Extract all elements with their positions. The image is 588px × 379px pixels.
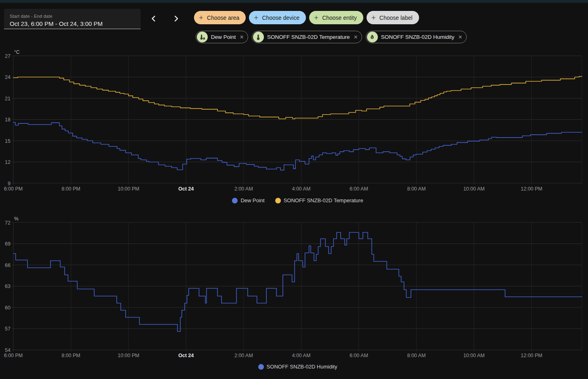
choose-area-chip[interactable]: Choose area [194, 11, 246, 24]
series-line [13, 76, 582, 119]
legend-item-temperature[interactable]: SONOFF SNZB-02D Temperature [275, 197, 363, 203]
x-tick-label: 12:00 PM [521, 353, 543, 358]
history-page: 27242118151296:00 PM8:00 PM10:00 PMOct 2… [0, 0, 588, 379]
chevron-left-icon [148, 13, 159, 25]
date-range-picker[interactable]: Start date - End date Oct 23, 6:00 PM - … [4, 9, 141, 29]
temperature-chart-legend: Dew Point SONOFF SNZB-02D Temperature [13, 197, 582, 203]
choose-entity-chip[interactable]: Choose entity [309, 11, 363, 24]
y-tick-label: 60 [5, 305, 11, 311]
x-tick-label: Oct 24 [178, 353, 194, 358]
y-tick-label: 66 [5, 263, 11, 268]
x-tick-label: 2:00 AM [234, 353, 253, 358]
axis-unit-label: % [14, 216, 19, 222]
y-tick-label: 27 [5, 53, 11, 59]
y-tick-label: 21 [5, 96, 11, 102]
y-tick-label: 72 [5, 220, 11, 226]
series-line [13, 123, 582, 170]
y-tick-label: 15 [5, 138, 11, 144]
x-tick-label: 6:00 PM [4, 186, 23, 192]
x-tick-label: 8:00 AM [407, 186, 426, 192]
period-nav [145, 11, 185, 27]
y-tick-label: 9 [8, 181, 11, 186]
water-percent-icon [367, 32, 378, 42]
entity-chip-row: Dew Point SONOFF SNZB-02D Temperature [196, 31, 467, 43]
y-tick-label: 12 [5, 159, 11, 165]
next-period-button[interactable] [168, 11, 185, 27]
close-icon[interactable] [240, 34, 244, 40]
humidity-chart-legend: SONOFF SNZB-02D Humidity [13, 364, 582, 370]
y-tick-label: 24 [5, 74, 11, 80]
close-icon[interactable] [458, 34, 462, 40]
x-tick-label: 8:00 AM [407, 353, 426, 358]
x-tick-label: 4:00 AM [292, 353, 310, 358]
close-icon[interactable] [354, 34, 357, 40]
filter-bar: Choose area Choose device Choose entity … [194, 11, 467, 43]
legend-label: SONOFF SNZB-02D Temperature [284, 197, 363, 203]
y-tick-label: 63 [5, 284, 11, 289]
chip-label: Choose entity [322, 15, 357, 21]
entity-chip-label: Dew Point [211, 34, 236, 40]
y-tick-label: 18 [5, 117, 11, 123]
x-tick-label: 10:00 PM [118, 353, 139, 358]
legend-dot [258, 364, 264, 370]
plus-icon [314, 14, 318, 21]
y-tick-label: 57 [5, 326, 11, 332]
x-tick-label: 10:00 PM [118, 186, 139, 192]
thermometer-water-icon [197, 32, 208, 42]
series-line [13, 233, 582, 332]
legend-item-humidity[interactable]: SONOFF SNZB-02D Humidity [258, 364, 337, 370]
x-tick-label: 8:00 PM [61, 353, 80, 358]
x-tick-label: 10:00 AM [463, 186, 485, 192]
y-tick-label: 69 [5, 241, 11, 247]
x-tick-label: 2:00 AM [234, 186, 253, 192]
entity-chip-humidity[interactable]: SONOFF SNZB-02D Humidity [366, 31, 467, 43]
legend-dot [275, 198, 281, 203]
plus-icon [254, 14, 258, 21]
choose-device-chip[interactable]: Choose device [249, 11, 306, 24]
plus-icon [371, 14, 376, 21]
entity-chip-temperature[interactable]: SONOFF SNZB-02D Temperature [252, 31, 362, 43]
chip-label: Choose area [207, 15, 239, 21]
x-tick-label: 6:00 AM [350, 186, 368, 192]
thermometer-icon [253, 32, 264, 42]
x-tick-label: 8:00 PM [61, 186, 80, 192]
x-tick-label: 6:00 PM [4, 353, 23, 358]
legend-label: SONOFF SNZB-02D Humidity [267, 364, 337, 370]
chip-label: Choose label [379, 15, 413, 21]
entity-chip-dew-point[interactable]: Dew Point [196, 31, 248, 43]
legend-item-dew-point[interactable]: Dew Point [232, 197, 264, 203]
choose-label-chip[interactable]: Choose label [367, 11, 419, 24]
chip-label: Choose device [262, 15, 299, 21]
date-range-value: Oct 23, 6:00 PM - Oct 24, 3:00 PM [10, 20, 141, 27]
x-tick-label: 4:00 AM [292, 186, 310, 192]
date-range-label: Start date - End date [10, 14, 141, 19]
x-tick-label: 6:00 AM [350, 353, 368, 358]
entity-chip-label: SONOFF SNZB-02D Temperature [267, 34, 350, 40]
x-tick-label: 12:00 PM [521, 186, 543, 192]
entity-chip-label: SONOFF SNZB-02D Humidity [381, 34, 455, 40]
x-tick-label: Oct 24 [178, 186, 194, 192]
filter-chip-row: Choose area Choose device Choose entity … [194, 11, 467, 24]
chevron-right-icon [171, 13, 181, 25]
previous-period-button[interactable] [145, 11, 162, 27]
plus-icon [199, 14, 203, 21]
x-tick-label: 10:00 AM [463, 353, 485, 358]
legend-label: Dew Point [240, 197, 264, 203]
axis-unit-label: °C [14, 49, 20, 55]
history-charts[interactable]: 27242118151296:00 PM8:00 PM10:00 PMOct 2… [0, 0, 588, 379]
y-tick-label: 54 [5, 347, 11, 353]
legend-dot [232, 198, 238, 203]
